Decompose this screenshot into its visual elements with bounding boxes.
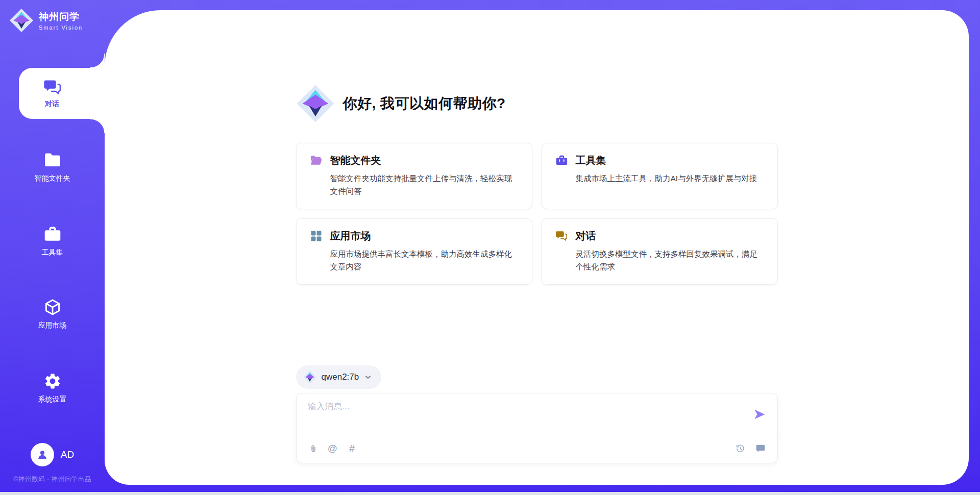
chat-icon: [555, 230, 568, 242]
at-icon: @: [328, 443, 337, 454]
card-chat[interactable]: 对话 灵活切换多模型文件，支持多样回复效果调试，满足个性化需求: [542, 218, 778, 285]
chat-icon: [43, 79, 61, 96]
paperclip-icon: [308, 443, 318, 454]
sidebar-item-settings[interactable]: 系统设置: [0, 372, 105, 404]
sidebar-item-app-market[interactable]: 应用市场: [0, 298, 105, 330]
message-composer: @ #: [296, 393, 778, 463]
card-description: 智能文件夹功能支持批量文件上传与清洗，轻松实现文件问答: [310, 172, 519, 197]
send-button[interactable]: [752, 408, 767, 423]
card-smart-folder[interactable]: 智能文件夹 智能文件夹功能支持批量文件上传与清洗，轻松实现文件问答: [296, 143, 532, 209]
conversation-button[interactable]: [754, 442, 767, 455]
user-account[interactable]: AD: [0, 443, 105, 466]
sidebar-item-label: 智能文件夹: [0, 174, 105, 183]
horizontal-scrollbar-track[interactable]: [0, 492, 980, 495]
person-icon: [36, 448, 49, 461]
user-initials: AD: [61, 449, 74, 460]
feature-cards: 智能文件夹 智能文件夹功能支持批量文件上传与清洗，轻松实现文件问答 工具集 集成…: [296, 143, 778, 285]
card-title: 对话: [576, 229, 596, 243]
model-selector[interactable]: qwen2:7b: [296, 365, 382, 389]
attach-file-button[interactable]: [307, 442, 320, 455]
main-panel: 你好, 我可以如何帮助你? 智能文件夹 智能文件夹功能支持批量文件上传与清洗，轻…: [105, 10, 969, 485]
folder-icon: [43, 151, 62, 169]
sidebar-item-smart-folder[interactable]: 智能文件夹: [0, 151, 105, 183]
card-title: 智能文件夹: [330, 154, 381, 167]
toolbox-icon: [43, 225, 62, 243]
model-logo-icon: [303, 370, 316, 384]
message-input[interactable]: [308, 401, 752, 430]
card-description: 应用市场提供丰富长文本模板，助力高效生成多样化文章内容: [310, 247, 519, 273]
history-button[interactable]: [733, 442, 747, 455]
sidebar-item-label: 工具集: [0, 248, 105, 257]
copyright-footer: ©神州数码 · 神州问学出品: [0, 475, 105, 484]
sidebar-item-label: 应用市场: [0, 321, 105, 330]
model-name: qwen2:7b: [322, 372, 359, 382]
greeting: 你好, 我可以如何帮助你?: [296, 84, 778, 123]
card-description: 集成市场上主流工具，助力AI与外界无缝扩展与对接: [555, 172, 764, 185]
chat-bubble-icon: [755, 443, 766, 454]
gear-icon: [43, 372, 62, 390]
toolbox-icon: [555, 154, 568, 167]
mention-button[interactable]: @: [326, 442, 339, 455]
sidebar-item-chat[interactable]: 对话: [19, 68, 105, 119]
card-title: 工具集: [576, 154, 606, 167]
app-grid-icon: [310, 230, 323, 242]
sidebar-item-toolset[interactable]: 工具集: [0, 225, 105, 257]
history-icon: [735, 443, 745, 454]
send-icon: [753, 408, 766, 421]
card-description: 灵活切换多模型文件，支持多样回复效果调试，满足个性化需求: [555, 247, 764, 273]
card-toolset[interactable]: 工具集 集成市场上主流工具，助力AI与外界无缝扩展与对接: [542, 143, 778, 209]
card-title: 应用市场: [330, 229, 371, 243]
brand-name: 神州问学: [39, 10, 83, 23]
topic-button[interactable]: #: [346, 442, 359, 455]
brand: 神州问学 Smart Vision: [9, 8, 83, 33]
assistant-logo-icon: [296, 84, 335, 123]
brand-subtitle: Smart Vision: [39, 24, 83, 31]
chevron-down-icon: [364, 373, 372, 381]
folder-open-icon: [310, 154, 323, 167]
sidebar-item-label: 系统设置: [0, 395, 105, 404]
card-app-market[interactable]: 应用市场 应用市场提供丰富长文本模板，助力高效生成多样化文章内容: [296, 218, 532, 285]
hash-icon: #: [349, 443, 355, 454]
avatar: [31, 443, 54, 466]
sidebar-item-label: 对话: [45, 100, 59, 109]
cube-icon: [43, 298, 62, 316]
sidebar: 神州问学 Smart Vision 对话 智能文件夹 工具集 应用市场 系统设置…: [0, 0, 105, 495]
greeting-text: 你好, 我可以如何帮助你?: [343, 94, 506, 113]
brand-logo-icon: [9, 8, 34, 33]
